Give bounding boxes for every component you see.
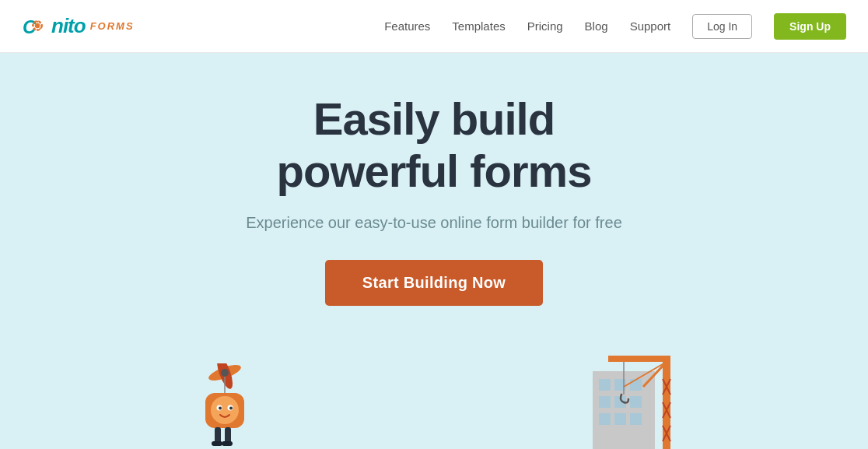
hero-section: Easily build powerful forms Experience o… bbox=[0, 53, 868, 449]
svg-rect-5 bbox=[33, 24, 34, 26]
svg-rect-31 bbox=[630, 396, 642, 408]
navbar: C nito FORMS Features Templates Pricing … bbox=[0, 0, 868, 53]
hero-title-line1: Easily build bbox=[313, 93, 555, 144]
svg-point-16 bbox=[211, 396, 239, 424]
svg-rect-29 bbox=[599, 396, 611, 408]
nav-pricing[interactable]: Pricing bbox=[527, 19, 563, 33]
start-building-button[interactable]: Start Building Now bbox=[325, 260, 543, 306]
signup-button[interactable]: Sign Up bbox=[774, 13, 846, 40]
svg-rect-34 bbox=[630, 413, 642, 425]
nav-templates[interactable]: Templates bbox=[452, 19, 505, 33]
svg-rect-3 bbox=[37, 20, 38, 22]
svg-rect-32 bbox=[599, 413, 611, 425]
svg-rect-28 bbox=[630, 379, 642, 391]
hero-title: Easily build powerful forms bbox=[277, 93, 592, 197]
svg-point-20 bbox=[229, 407, 233, 410]
svg-rect-36 bbox=[608, 356, 670, 362]
nav-blog[interactable]: Blog bbox=[585, 19, 608, 33]
svg-point-19 bbox=[219, 407, 222, 410]
logo[interactable]: C nito FORMS bbox=[22, 12, 135, 40]
svg-rect-33 bbox=[614, 413, 626, 425]
hero-title-line2: powerful forms bbox=[277, 146, 592, 196]
svg-rect-24 bbox=[222, 441, 233, 446]
cogwheel-icon: C bbox=[22, 12, 50, 40]
illustration-character bbox=[182, 363, 291, 449]
nav-links: Features Templates Pricing Blog Support … bbox=[384, 13, 846, 40]
hero-subtitle: Experience our easy-to-use online form b… bbox=[246, 214, 622, 232]
nav-features[interactable]: Features bbox=[384, 19, 430, 33]
login-button[interactable]: Log In bbox=[692, 14, 752, 39]
svg-rect-26 bbox=[599, 379, 611, 391]
svg-point-13 bbox=[221, 369, 229, 377]
svg-rect-4 bbox=[37, 29, 38, 30]
logo-forms-text: FORMS bbox=[90, 20, 135, 32]
logo-brand-text: nito bbox=[51, 14, 86, 38]
svg-rect-23 bbox=[212, 441, 222, 446]
svg-rect-6 bbox=[40, 24, 42, 26]
hero-illustrations bbox=[0, 348, 868, 449]
svg-point-1 bbox=[35, 23, 40, 27]
illustration-crane bbox=[530, 348, 686, 449]
nav-support[interactable]: Support bbox=[630, 19, 671, 33]
svg-text:C: C bbox=[23, 16, 37, 37]
